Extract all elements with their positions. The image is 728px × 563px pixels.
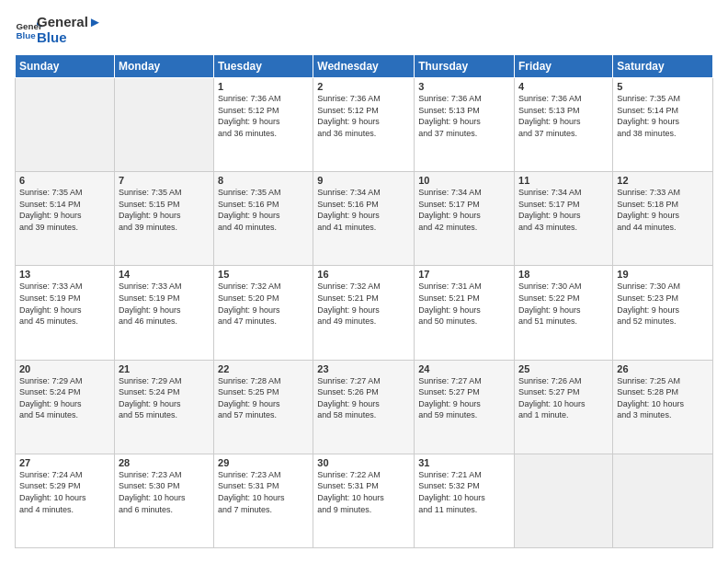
day-number: 9	[317, 175, 410, 186]
day-cell: 16Sunrise: 7:32 AM Sunset: 5:21 PM Dayli…	[313, 266, 415, 360]
day-cell: 19Sunrise: 7:30 AM Sunset: 5:23 PM Dayli…	[613, 266, 713, 360]
day-cell: 23Sunrise: 7:27 AM Sunset: 5:26 PM Dayli…	[313, 360, 415, 454]
day-info: Sunrise: 7:29 AM Sunset: 5:24 PM Dayligh…	[19, 375, 110, 421]
day-number: 25	[518, 363, 609, 374]
day-number: 21	[119, 363, 210, 374]
day-info: Sunrise: 7:22 AM Sunset: 5:31 PM Dayligh…	[317, 469, 410, 515]
day-info: Sunrise: 7:35 AM Sunset: 5:16 PM Dayligh…	[218, 187, 309, 233]
header: General Blue General► Blue	[15, 15, 713, 45]
day-info: Sunrise: 7:23 AM Sunset: 5:30 PM Dayligh…	[119, 469, 210, 515]
day-cell: 10Sunrise: 7:34 AM Sunset: 5:17 PM Dayli…	[415, 172, 515, 266]
day-number: 26	[617, 363, 709, 374]
day-info: Sunrise: 7:29 AM Sunset: 5:24 PM Dayligh…	[119, 375, 210, 421]
day-number: 22	[218, 363, 309, 374]
day-number: 28	[119, 457, 210, 468]
day-info: Sunrise: 7:32 AM Sunset: 5:21 PM Dayligh…	[317, 281, 410, 327]
day-info: Sunrise: 7:33 AM Sunset: 5:18 PM Dayligh…	[617, 187, 709, 233]
day-number: 6	[19, 175, 110, 186]
day-cell: 22Sunrise: 7:28 AM Sunset: 5:25 PM Dayli…	[214, 360, 313, 454]
weekday-header-friday: Friday	[515, 55, 613, 78]
day-number: 14	[119, 269, 210, 280]
week-row-3: 13Sunrise: 7:33 AM Sunset: 5:19 PM Dayli…	[16, 266, 713, 360]
day-cell: 31Sunrise: 7:21 AM Sunset: 5:32 PM Dayli…	[415, 454, 515, 547]
day-cell: 18Sunrise: 7:30 AM Sunset: 5:22 PM Dayli…	[515, 266, 613, 360]
day-cell: 24Sunrise: 7:27 AM Sunset: 5:27 PM Dayli…	[415, 360, 515, 454]
weekday-header-tuesday: Tuesday	[214, 55, 313, 78]
day-info: Sunrise: 7:36 AM Sunset: 5:13 PM Dayligh…	[418, 93, 510, 139]
day-cell: 20Sunrise: 7:29 AM Sunset: 5:24 PM Dayli…	[16, 360, 115, 454]
day-cell: 21Sunrise: 7:29 AM Sunset: 5:24 PM Dayli…	[114, 360, 213, 454]
day-info: Sunrise: 7:34 AM Sunset: 5:16 PM Dayligh…	[317, 187, 410, 233]
day-cell: 15Sunrise: 7:32 AM Sunset: 5:20 PM Dayli…	[214, 266, 313, 360]
day-info: Sunrise: 7:26 AM Sunset: 5:27 PM Dayligh…	[518, 375, 609, 421]
day-number: 31	[418, 457, 510, 468]
weekday-header-monday: Monday	[114, 55, 213, 78]
day-info: Sunrise: 7:27 AM Sunset: 5:26 PM Dayligh…	[317, 375, 410, 421]
day-info: Sunrise: 7:25 AM Sunset: 5:28 PM Dayligh…	[617, 375, 709, 421]
day-number: 5	[617, 81, 709, 92]
day-info: Sunrise: 7:36 AM Sunset: 5:12 PM Dayligh…	[218, 93, 309, 139]
page: General Blue General► Blue SundayMondayT…	[0, 0, 728, 563]
day-number: 11	[518, 175, 609, 186]
day-cell: 17Sunrise: 7:31 AM Sunset: 5:21 PM Dayli…	[415, 266, 515, 360]
day-cell: 26Sunrise: 7:25 AM Sunset: 5:28 PM Dayli…	[613, 360, 713, 454]
logo-general: General►	[37, 15, 102, 30]
day-cell: 4Sunrise: 7:36 AM Sunset: 5:13 PM Daylig…	[515, 78, 613, 172]
day-cell: 25Sunrise: 7:26 AM Sunset: 5:27 PM Dayli…	[515, 360, 613, 454]
week-row-1: 1Sunrise: 7:36 AM Sunset: 5:12 PM Daylig…	[16, 78, 713, 172]
day-cell	[613, 454, 713, 547]
weekday-header-wednesday: Wednesday	[313, 55, 415, 78]
day-number: 12	[617, 175, 709, 186]
day-number: 16	[317, 269, 410, 280]
day-info: Sunrise: 7:35 AM Sunset: 5:15 PM Dayligh…	[119, 187, 210, 233]
week-row-4: 20Sunrise: 7:29 AM Sunset: 5:24 PM Dayli…	[16, 360, 713, 454]
day-info: Sunrise: 7:36 AM Sunset: 5:13 PM Dayligh…	[518, 93, 609, 139]
day-cell	[114, 78, 213, 172]
day-cell: 2Sunrise: 7:36 AM Sunset: 5:12 PM Daylig…	[313, 78, 415, 172]
day-info: Sunrise: 7:28 AM Sunset: 5:25 PM Dayligh…	[218, 375, 309, 421]
day-info: Sunrise: 7:36 AM Sunset: 5:12 PM Dayligh…	[317, 93, 410, 139]
day-cell: 28Sunrise: 7:23 AM Sunset: 5:30 PM Dayli…	[114, 454, 213, 547]
day-number: 8	[218, 175, 309, 186]
logo: General Blue General► Blue	[15, 15, 102, 45]
day-number: 18	[518, 269, 609, 280]
day-info: Sunrise: 7:31 AM Sunset: 5:21 PM Dayligh…	[418, 281, 510, 327]
day-cell: 9Sunrise: 7:34 AM Sunset: 5:16 PM Daylig…	[313, 172, 415, 266]
day-number: 15	[218, 269, 309, 280]
day-number: 10	[418, 175, 510, 186]
day-cell: 5Sunrise: 7:35 AM Sunset: 5:14 PM Daylig…	[613, 78, 713, 172]
day-number: 3	[418, 81, 510, 92]
day-cell: 27Sunrise: 7:24 AM Sunset: 5:29 PM Dayli…	[16, 454, 115, 547]
week-row-2: 6Sunrise: 7:35 AM Sunset: 5:14 PM Daylig…	[16, 172, 713, 266]
weekday-header-thursday: Thursday	[415, 55, 515, 78]
day-number: 2	[317, 81, 410, 92]
day-number: 1	[218, 81, 309, 92]
day-number: 7	[119, 175, 210, 186]
day-info: Sunrise: 7:35 AM Sunset: 5:14 PM Dayligh…	[617, 93, 709, 139]
day-info: Sunrise: 7:33 AM Sunset: 5:19 PM Dayligh…	[119, 281, 210, 327]
day-info: Sunrise: 7:35 AM Sunset: 5:14 PM Dayligh…	[19, 187, 110, 233]
day-info: Sunrise: 7:33 AM Sunset: 5:19 PM Dayligh…	[19, 281, 110, 327]
day-cell: 13Sunrise: 7:33 AM Sunset: 5:19 PM Dayli…	[16, 266, 115, 360]
week-row-5: 27Sunrise: 7:24 AM Sunset: 5:29 PM Dayli…	[16, 454, 713, 547]
day-number: 19	[617, 269, 709, 280]
weekday-header-saturday: Saturday	[613, 55, 713, 78]
day-number: 23	[317, 363, 410, 374]
day-info: Sunrise: 7:30 AM Sunset: 5:22 PM Dayligh…	[518, 281, 609, 327]
day-number: 27	[19, 457, 110, 468]
day-info: Sunrise: 7:23 AM Sunset: 5:31 PM Dayligh…	[218, 469, 309, 515]
weekday-header-sunday: Sunday	[16, 55, 115, 78]
day-cell: 14Sunrise: 7:33 AM Sunset: 5:19 PM Dayli…	[114, 266, 213, 360]
day-cell: 7Sunrise: 7:35 AM Sunset: 5:15 PM Daylig…	[114, 172, 213, 266]
day-cell: 12Sunrise: 7:33 AM Sunset: 5:18 PM Dayli…	[613, 172, 713, 266]
day-info: Sunrise: 7:32 AM Sunset: 5:20 PM Dayligh…	[218, 281, 309, 327]
day-info: Sunrise: 7:24 AM Sunset: 5:29 PM Dayligh…	[19, 469, 110, 515]
day-info: Sunrise: 7:21 AM Sunset: 5:32 PM Dayligh…	[418, 469, 510, 515]
day-number: 4	[518, 81, 609, 92]
day-cell: 8Sunrise: 7:35 AM Sunset: 5:16 PM Daylig…	[214, 172, 313, 266]
day-cell: 29Sunrise: 7:23 AM Sunset: 5:31 PM Dayli…	[214, 454, 313, 547]
weekday-header-row: SundayMondayTuesdayWednesdayThursdayFrid…	[16, 55, 713, 78]
day-number: 17	[418, 269, 510, 280]
day-cell: 6Sunrise: 7:35 AM Sunset: 5:14 PM Daylig…	[16, 172, 115, 266]
svg-text:Blue: Blue	[17, 30, 37, 40]
